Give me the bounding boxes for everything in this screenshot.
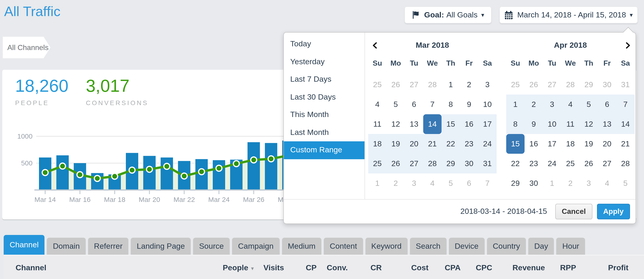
day-cell[interactable]: 30 [460,154,478,173]
day-cell[interactable]: 7 [478,173,496,193]
day-cell[interactable]: 22 [442,134,460,154]
tab-search[interactable]: Search [410,238,446,255]
day-cell[interactable]: 18 [561,134,580,154]
day-cell[interactable]: 25 [561,154,580,173]
breadcrumb[interactable]: All Channels [3,37,50,58]
day-cell[interactable]: 4 [423,173,442,193]
line-marker-mar-16[interactable] [77,172,83,178]
day-cell[interactable]: 30 [598,75,616,95]
line-marker-mar-27[interactable] [268,156,274,162]
line-marker-mar-19[interactable] [129,167,135,173]
day-cell[interactable]: 18 [368,134,386,154]
day-cell[interactable]: 20 [405,134,423,154]
line-marker-mar-18[interactable] [112,173,118,179]
day-cell[interactable]: 7 [616,95,634,114]
tab-landing-page[interactable]: Landing Page [131,238,191,255]
day-cell[interactable]: 26 [386,75,405,95]
day-cell[interactable]: 28 [616,154,634,173]
day-cell[interactable]: 28 [423,154,442,173]
day-cell[interactable]: 25 [368,75,386,95]
day-cell[interactable]: 19 [580,134,598,154]
preset-last-30-days[interactable]: Last 30 Days [284,88,364,106]
day-cell[interactable]: 16 [460,114,478,134]
day-cell[interactable]: 17 [478,114,496,134]
day-cell[interactable]: 10 [478,95,496,114]
tab-referrer[interactable]: Referrer [88,238,128,255]
column-header-cr[interactable]: CR [370,263,382,272]
column-header-channel[interactable]: Channel [16,263,46,272]
day-cell[interactable]: 4 [561,95,580,114]
day-cell[interactable]: 19 [386,134,405,154]
day-cell[interactable]: 25 [368,154,386,173]
tab-campaign[interactable]: Campaign [232,238,280,255]
day-cell[interactable]: 4 [368,95,386,114]
line-marker-mar-25[interactable] [234,161,239,167]
line-marker-mar-21[interactable] [164,163,170,169]
column-header-revenue[interactable]: Revenue [512,263,545,272]
preset-today[interactable]: Today [284,35,364,53]
day-cell[interactable]: 6 [405,95,423,114]
day-cell[interactable]: 13 [405,114,423,134]
day-cell[interactable]: 27 [405,75,423,95]
tab-day[interactable]: Day [528,238,554,255]
day-cell[interactable]: 31 [478,154,496,173]
apply-button[interactable]: Apply [597,204,630,219]
line-marker-mar-17[interactable] [94,175,100,181]
day-cell[interactable]: 5 [580,95,598,114]
day-cell[interactable]: 21 [423,134,442,154]
line-marker-mar-26[interactable] [251,157,257,163]
day-cell[interactable]: 17 [543,134,561,154]
preset-last-month[interactable]: Last Month [284,124,364,141]
preset-custom-range[interactable]: Custom Range [284,141,364,159]
day-cell[interactable]: 28 [561,75,580,95]
day-cell[interactable]: 2 [524,95,543,114]
preset-yesterday[interactable]: Yesterday [284,53,364,71]
day-cell[interactable]: 24 [543,154,561,173]
bar-mar-21[interactable] [161,157,173,190]
day-cell[interactable]: 29 [580,75,598,95]
day-cell[interactable]: 23 [524,154,543,173]
day-cell[interactable]: 9 [524,114,543,134]
prev-month-icon[interactable] [372,42,378,49]
line-marker-mar-23[interactable] [198,169,204,175]
tab-channel[interactable]: Channel [4,235,45,255]
day-cell[interactable]: 14 [616,114,634,134]
tab-domain[interactable]: Domain [47,238,86,255]
day-cell[interactable]: 10 [543,114,561,134]
day-cell[interactable]: 27 [598,154,616,173]
tab-hour[interactable]: Hour [556,238,585,255]
day-cell[interactable]: 27 [405,154,423,173]
column-header-cpc[interactable]: CPC [476,263,492,272]
day-cell[interactable]: 26 [386,154,405,173]
bar-mar-24[interactable] [213,160,225,190]
day-cell[interactable]: 29 [442,154,460,173]
day-cell[interactable]: 2 [386,173,405,193]
tab-content[interactable]: Content [324,238,363,255]
line-marker-mar-20[interactable] [146,166,152,172]
goal-dropdown-button[interactable]: Goal: All Goals ▾ [404,7,492,24]
column-header-cpa[interactable]: CPA [445,263,460,272]
cancel-button[interactable]: Cancel [555,204,592,219]
bar-mar-26[interactable] [248,142,260,190]
preset-this-month[interactable]: This Month [284,106,364,124]
tab-device[interactable]: Device [449,238,484,255]
column-header-visits[interactable]: Visits [264,263,284,272]
day-cell[interactable]: 8 [442,95,460,114]
next-month-icon[interactable] [624,42,631,49]
day-cell[interactable]: 21 [616,134,634,154]
day-cell[interactable]: 28 [423,75,442,95]
day-cell[interactable]: 1 [368,173,386,193]
preset-last-7-days[interactable]: Last 7 Days [284,71,364,88]
day-cell[interactable]: 1 [442,75,460,95]
day-cell[interactable]: 12 [386,114,405,134]
day-cell[interactable]: 31 [616,75,634,95]
date-range-button[interactable]: March 14, 2018 - April 15, 2018 ▾ [499,7,638,24]
day-cell[interactable]: 3 [580,173,598,193]
line-marker-mar-24[interactable] [216,165,222,171]
day-cell[interactable]: 15 [442,114,460,134]
day-cell[interactable]: 1 [506,95,524,114]
day-cell-selected[interactable]: 15 [506,134,524,154]
column-header-conv-[interactable]: Conv. [327,263,348,272]
line-marker-mar-15[interactable] [60,163,66,169]
day-cell[interactable]: 11 [368,114,386,134]
